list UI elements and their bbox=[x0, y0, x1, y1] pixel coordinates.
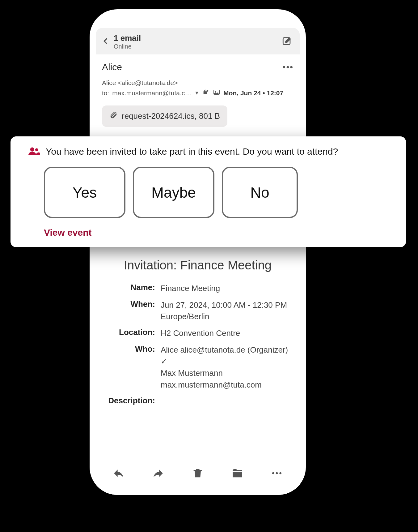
phone-frame: 1 email Online Alice ••• Alice <alice@tu… bbox=[90, 9, 306, 495]
mail-card: Alice ••• Alice <alice@tutanota.de> to: … bbox=[96, 54, 300, 495]
from-address: Alice <alice@tutanota.de> bbox=[102, 79, 293, 87]
rsvp-overlay: You have been invited to take part in th… bbox=[11, 136, 406, 247]
detail-row-who: Who: Alice alice@tutanota.de (Organizer)… bbox=[102, 344, 293, 391]
svg-point-8 bbox=[35, 148, 38, 151]
recipients-expand[interactable]: ▼ bbox=[194, 90, 199, 96]
svg-point-6 bbox=[279, 472, 281, 474]
delete-button[interactable] bbox=[190, 466, 205, 481]
app-header: 1 email Online bbox=[96, 28, 300, 54]
to-label: to: bbox=[102, 89, 109, 97]
svg-point-1 bbox=[207, 90, 209, 92]
detail-value: Finance Meeting bbox=[161, 283, 293, 294]
invitation-title: Invitation: Finance Meeting bbox=[102, 257, 293, 273]
svg-point-3 bbox=[215, 91, 216, 92]
bottom-action-bar bbox=[99, 463, 297, 481]
detail-label: Description: bbox=[102, 396, 155, 405]
mail-meta-icons bbox=[202, 88, 220, 97]
attachment-chip[interactable]: request-2024624.ics, 801 B bbox=[102, 105, 227, 127]
paperclip-icon bbox=[109, 111, 117, 121]
image-icon bbox=[213, 88, 220, 97]
rsvp-no-button[interactable]: No bbox=[222, 167, 298, 218]
header-title: 1 email bbox=[114, 33, 282, 43]
rsvp-buttons: Yes Maybe No bbox=[44, 167, 394, 218]
mail-more-button[interactable]: ••• bbox=[283, 62, 293, 72]
more-button[interactable] bbox=[269, 466, 284, 481]
detail-label: Who: bbox=[102, 344, 155, 391]
detail-row-location: Location: H2 Convention Centre bbox=[102, 328, 293, 339]
rsvp-header: You have been invited to take part in th… bbox=[28, 146, 394, 157]
detail-label: Location: bbox=[102, 328, 155, 339]
detail-row-name: Name: Finance Meeting bbox=[102, 283, 293, 294]
detail-row-when: When: Jun 27, 2024, 10:00 AM - 12:30 PM … bbox=[102, 299, 293, 323]
reply-button[interactable] bbox=[111, 466, 126, 481]
to-value: max.mustermann@tuta.c… bbox=[112, 89, 191, 97]
detail-value bbox=[161, 396, 293, 405]
back-button[interactable] bbox=[101, 36, 110, 47]
compose-button[interactable] bbox=[282, 36, 292, 48]
svg-point-4 bbox=[272, 472, 274, 474]
detail-row-description: Description: bbox=[102, 396, 293, 405]
detail-value: Alice alice@tutanota.de (Organizer) ✓ Ma… bbox=[161, 344, 293, 391]
people-icon bbox=[28, 146, 40, 157]
rsvp-maybe-button[interactable]: Maybe bbox=[133, 167, 214, 218]
invitation-details: Name: Finance Meeting When: Jun 27, 2024… bbox=[102, 283, 293, 405]
mail-date: Mon, Jun 24 • 12:07 bbox=[223, 89, 283, 97]
svg-point-5 bbox=[276, 472, 278, 474]
detail-value: H2 Convention Centre bbox=[161, 328, 293, 339]
to-row: to: max.mustermann@tuta.c… ▼ Mon, Jun 24… bbox=[102, 88, 293, 97]
move-button[interactable] bbox=[230, 466, 245, 481]
view-event-link[interactable]: View event bbox=[44, 227, 394, 238]
detail-label: Name: bbox=[102, 283, 155, 294]
svg-point-7 bbox=[30, 148, 34, 152]
phone-screen: 1 email Online Alice ••• Alice <alice@tu… bbox=[96, 28, 300, 495]
attachment-label: request-2024624.ics, 801 B bbox=[122, 111, 220, 121]
forward-button[interactable] bbox=[151, 466, 166, 481]
detail-value: Jun 27, 2024, 10:00 AM - 12:30 PM Europe… bbox=[161, 299, 293, 323]
encryption-icon bbox=[202, 89, 209, 97]
detail-label: When: bbox=[102, 299, 155, 323]
sender-row: Alice ••• bbox=[102, 62, 293, 72]
header-subtitle: Online bbox=[114, 43, 282, 50]
rsvp-yes-button[interactable]: Yes bbox=[44, 167, 125, 218]
rsvp-prompt: You have been invited to take part in th… bbox=[46, 146, 338, 157]
header-title-block: 1 email Online bbox=[110, 33, 282, 50]
sender-name: Alice bbox=[102, 62, 122, 72]
